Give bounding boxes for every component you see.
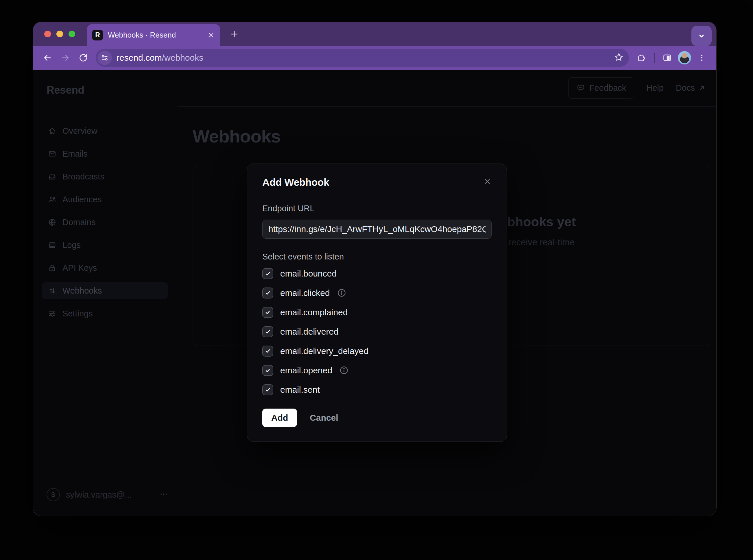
page-viewport: Resend Overview Emails Broadcasts — [33, 69, 716, 516]
event-name: email.delivered — [280, 327, 339, 337]
feedback-label: Feedback — [589, 83, 626, 93]
extensions-button[interactable] — [633, 50, 650, 66]
check-icon — [265, 290, 271, 296]
select-events-label: Select events to listen — [262, 252, 491, 261]
ellipsis-icon — [159, 490, 168, 498]
event-row-email-clicked: email.clicked — [262, 283, 491, 302]
kebab-menu-icon — [698, 54, 706, 62]
user-menu-button[interactable] — [159, 490, 168, 500]
endpoint-url-input[interactable] — [262, 220, 491, 239]
close-icon — [483, 177, 491, 186]
event-row-email-delivered: email.delivered — [262, 322, 491, 341]
sidebar-item-api-keys[interactable]: API Keys — [42, 259, 168, 276]
tab-search-chevron-button[interactable] — [691, 26, 712, 46]
sidebar-item-webhooks[interactable]: Webhooks — [42, 282, 168, 299]
modal-actions: Add Cancel — [262, 408, 491, 427]
event-name: email.bounced — [280, 269, 336, 279]
check-icon — [265, 271, 271, 277]
address-bar[interactable]: resend.com/webhooks — [96, 49, 629, 67]
account-switcher[interactable]: S sylwia.vargas@... — [46, 488, 168, 501]
sidebar-item-overview[interactable]: Overview — [42, 122, 168, 139]
docs-link[interactable]: Docs — [676, 83, 706, 93]
profile-avatar[interactable] — [678, 51, 691, 64]
info-icon[interactable] — [339, 365, 349, 375]
users-icon — [48, 195, 56, 204]
event-row-email-complained: email.complained — [262, 302, 491, 322]
event-name: email.sent — [280, 385, 320, 395]
tab-webhooks-resend[interactable]: R Webhooks · Resend — [87, 24, 220, 46]
docs-label: Docs — [676, 83, 695, 93]
info-icon[interactable] — [337, 288, 346, 298]
events-list: email.bounced email.clicked email.compla… — [262, 264, 491, 399]
event-row-email-bounced: email.bounced — [262, 264, 491, 283]
feedback-button[interactable]: Feedback — [568, 77, 634, 99]
checkbox-email-clicked[interactable] — [262, 287, 273, 299]
sidebar-item-label: Broadcasts — [62, 172, 104, 181]
new-tab-button[interactable] — [224, 22, 245, 46]
checkbox-email-complained[interactable] — [262, 307, 273, 318]
page-title: Webhooks — [193, 126, 281, 146]
empty-state-description-fragment: receive real-time — [508, 237, 575, 248]
arrow-left-icon — [42, 53, 52, 63]
checkbox-email-sent[interactable] — [262, 384, 273, 395]
plus-icon — [229, 29, 239, 39]
checkbox-email-delivered[interactable] — [262, 326, 273, 337]
forward-button[interactable] — [57, 50, 74, 66]
page-header: Feedback Help Docs — [177, 69, 716, 107]
maximize-window-button[interactable] — [69, 31, 75, 37]
reload-button[interactable] — [75, 50, 91, 66]
check-icon — [265, 387, 271, 393]
tune-icon — [101, 54, 109, 62]
event-row-email-sent: email.sent — [262, 380, 491, 399]
sidebar-item-label: Settings — [62, 309, 93, 318]
arrow-up-right-icon — [698, 84, 706, 92]
sidebar-item-broadcasts[interactable]: Broadcasts — [42, 168, 168, 185]
sidebar-item-label: Emails — [62, 149, 88, 159]
back-button[interactable] — [39, 50, 56, 66]
minimize-window-button[interactable] — [56, 31, 63, 37]
checkbox-email-bounced[interactable] — [262, 268, 273, 279]
reload-icon — [79, 53, 88, 62]
sidebar-item-emails[interactable]: Emails — [42, 145, 168, 162]
url-host: resend.com — [117, 53, 162, 62]
sidebar-item-label: API Keys — [62, 263, 97, 273]
checkbox-email-opened[interactable] — [262, 365, 273, 376]
help-link[interactable]: Help — [646, 83, 664, 93]
event-row-email-opened: email.opened — [262, 361, 491, 380]
modal-title: Add Webhook — [262, 177, 329, 188]
side-panel-button[interactable] — [659, 50, 675, 66]
info-circle-icon — [339, 365, 349, 375]
check-icon — [265, 328, 271, 335]
url-text: resend.com/webhooks — [117, 53, 614, 63]
browser-toolbar: resend.com/webhooks — [33, 46, 716, 69]
site-settings-button[interactable] — [97, 51, 112, 65]
globe-icon — [48, 218, 56, 226]
checkbox-email-delivery-delayed[interactable] — [262, 346, 273, 357]
event-name: email.clicked — [280, 288, 330, 298]
browser-tab-strip: R Webhooks · Resend — [33, 22, 716, 46]
browser-menu-button[interactable] — [694, 50, 710, 66]
sidebar-item-audiences[interactable]: Audiences — [42, 191, 168, 208]
side-panel-icon — [662, 53, 672, 62]
modal-close-button[interactable] — [483, 177, 491, 187]
sidebar: Resend Overview Emails Broadcasts — [33, 69, 177, 516]
chat-bubble-icon — [576, 83, 585, 93]
bookmark-button[interactable] — [614, 52, 624, 63]
empty-state-title-fragment: bhooks yet — [507, 214, 576, 229]
tab-close-icon[interactable] — [207, 32, 215, 39]
window-controls — [44, 22, 75, 46]
home-icon — [48, 127, 56, 135]
event-name: email.opened — [280, 365, 332, 375]
sliders-icon — [48, 309, 56, 318]
sidebar-item-label: Audiences — [62, 195, 101, 204]
cancel-button[interactable]: Cancel — [310, 413, 338, 423]
sidebar-item-settings[interactable]: Settings — [42, 305, 168, 322]
chevron-down-icon — [697, 32, 706, 40]
add-button[interactable]: Add — [262, 408, 297, 427]
sidebar-item-domains[interactable]: Domains — [42, 214, 168, 231]
lock-icon — [48, 264, 56, 272]
close-window-button[interactable] — [44, 31, 51, 37]
event-name: email.delivery_delayed — [280, 346, 368, 356]
sidebar-nav: Overview Emails Broadcasts Audiences — [42, 122, 168, 322]
sidebar-item-logs[interactable]: Logs — [42, 237, 168, 254]
